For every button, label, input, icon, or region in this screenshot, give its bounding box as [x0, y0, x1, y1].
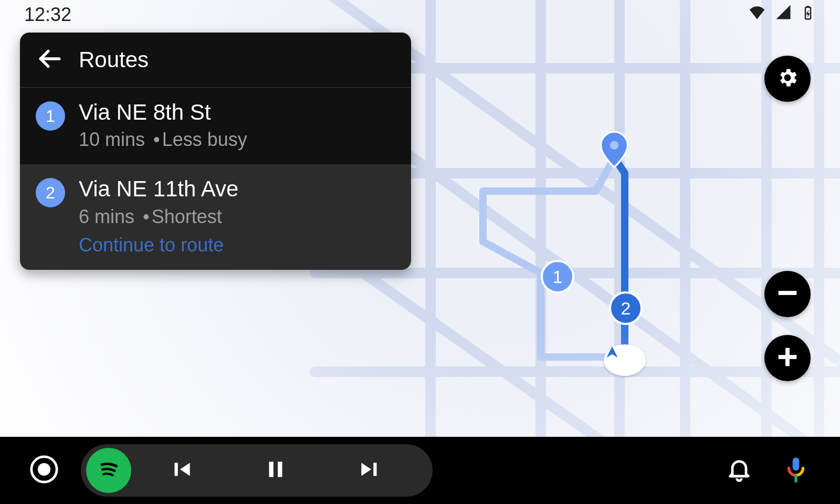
pause-icon: [262, 456, 289, 485]
route-desc-text: Shortest: [141, 206, 222, 228]
media-controls: [81, 444, 433, 497]
spotify-icon: [94, 455, 123, 486]
spotify-app-button[interactable]: [86, 448, 131, 493]
route-number-text: 2: [46, 183, 55, 203]
zoom-in-button[interactable]: [764, 335, 811, 381]
routes-title: Routes: [79, 47, 149, 72]
media-prev-button[interactable]: [136, 447, 226, 494]
continue-to-route-link[interactable]: Continue to route: [79, 234, 238, 256]
route-subtitle: 10 mins Less busy: [79, 129, 247, 151]
route-time-text: 6 mins: [79, 206, 134, 228]
svg-rect-18: [785, 348, 790, 366]
map-route-marker-label: 2: [621, 298, 631, 319]
routes-header: Routes: [20, 33, 411, 88]
microphone-icon: [782, 455, 810, 486]
bottom-bar: [0, 437, 840, 504]
back-button[interactable]: [35, 45, 64, 75]
route-number-badge: 1: [36, 101, 65, 131]
zoom-out-button[interactable]: [764, 271, 811, 317]
status-bar: 12:32: [0, 0, 840, 29]
map-route-marker-2[interactable]: 2: [609, 291, 643, 325]
destination-pin-icon: [600, 131, 629, 169]
bell-icon: [726, 456, 753, 485]
svg-rect-16: [779, 291, 797, 295]
route-item[interactable]: 2 Via NE 11th Ave 6 mins Shortest Contin…: [20, 164, 411, 269]
skip-next-icon: [357, 456, 383, 485]
notifications-button[interactable]: [719, 450, 759, 490]
routes-card: Routes 1 Via NE 8th St 10 mins Less busy…: [20, 33, 411, 270]
route-time-text: 10 mins: [79, 129, 145, 151]
svg-rect-15: [807, 6, 810, 8]
arrow-left-icon: [36, 46, 62, 74]
route-number-text: 1: [46, 107, 55, 126]
circle-outline-icon: [29, 454, 59, 487]
battery-charging-icon: [800, 4, 816, 26]
settings-button[interactable]: [764, 56, 811, 102]
svg-rect-22: [269, 461, 274, 477]
route-title-text: Via NE 8th St: [79, 99, 247, 125]
skip-previous-icon: [168, 456, 194, 485]
route-title-text: Via NE 11th Ave: [79, 176, 238, 202]
gear-icon: [776, 66, 799, 91]
route-desc-text: Less busy: [151, 129, 247, 151]
minus-icon: [774, 279, 801, 309]
route-item[interactable]: 1 Via NE 8th St 10 mins Less busy: [20, 88, 411, 164]
voice-assistant-button[interactable]: [776, 450, 816, 490]
plus-icon: [774, 343, 801, 373]
svg-point-13: [610, 141, 618, 150]
launcher-button[interactable]: [24, 450, 64, 490]
svg-rect-24: [793, 458, 800, 471]
svg-point-21: [38, 463, 50, 476]
media-pause-button[interactable]: [231, 447, 320, 494]
route-number-badge: 2: [36, 178, 65, 207]
wifi-icon: [748, 3, 766, 26]
current-location-icon: [604, 344, 646, 376]
media-next-button[interactable]: [326, 447, 415, 494]
map-route-marker-label: 1: [553, 267, 563, 287]
svg-rect-23: [278, 461, 282, 477]
map-route-marker-1[interactable]: 1: [541, 260, 574, 293]
clock-text: 12:32: [24, 4, 71, 26]
route-subtitle: 6 mins Shortest: [79, 206, 238, 228]
cellular-icon: [774, 3, 793, 26]
